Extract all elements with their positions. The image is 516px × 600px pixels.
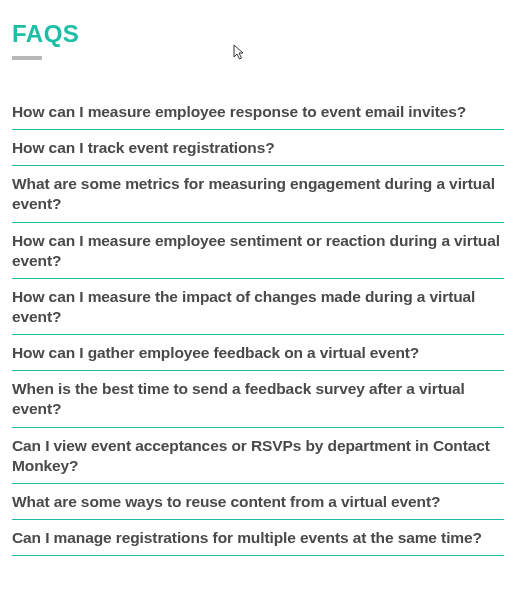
faq-list: How can I measure employee response to e…: [12, 102, 504, 556]
faq-item[interactable]: How can I measure the impact of changes …: [12, 279, 504, 335]
heading-underline: [12, 56, 42, 60]
faq-item[interactable]: How can I measure employee sentiment or …: [12, 223, 504, 279]
faq-item[interactable]: How can I gather employee feedback on a …: [12, 335, 504, 371]
faq-item[interactable]: How can I measure employee response to e…: [12, 102, 504, 130]
faq-item[interactable]: Can I manage registrations for multiple …: [12, 520, 504, 556]
faq-item[interactable]: When is the best time to send a feedback…: [12, 371, 504, 427]
faq-item[interactable]: What are some metrics for measuring enga…: [12, 166, 504, 222]
faq-item[interactable]: How can I track event registrations?: [12, 130, 504, 166]
faq-item[interactable]: Can I view event acceptances or RSVPs by…: [12, 428, 504, 484]
faqs-heading: FAQS: [12, 20, 504, 48]
faq-item[interactable]: What are some ways to reuse content from…: [12, 484, 504, 520]
